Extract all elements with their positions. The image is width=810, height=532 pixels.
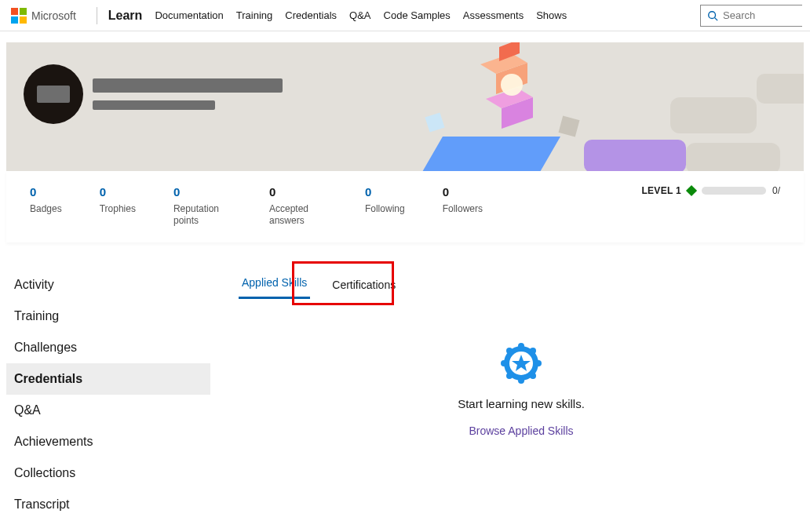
profile-name-redacted — [93, 78, 283, 110]
stat-value: 0 — [100, 185, 136, 199]
svg-rect-4 — [757, 74, 804, 104]
empty-state: Start learning new skills. Browse Applie… — [239, 343, 804, 437]
nav-link-code-samples[interactable]: Code Samples — [384, 9, 451, 21]
nav-link-shows[interactable]: Shows — [536, 9, 567, 21]
stat-value: 0 — [443, 185, 483, 199]
svg-rect-3 — [686, 143, 780, 171]
stat-reputation[interactable]: 0 Reputation points — [173, 185, 232, 227]
divider — [97, 7, 97, 24]
stat-label: Accepted answers — [269, 203, 327, 227]
svg-point-22 — [501, 360, 507, 366]
svg-rect-5 — [584, 140, 686, 171]
svg-point-23 — [506, 348, 513, 354]
stat-label: Badges — [30, 203, 62, 215]
sidebar: Activity Training Challenges Credentials… — [6, 269, 210, 520]
level-progress-bar — [702, 187, 766, 195]
product-label[interactable]: Learn — [108, 9, 143, 23]
svg-rect-2 — [670, 97, 757, 133]
svg-point-19 — [530, 373, 536, 379]
svg-rect-6 — [423, 137, 560, 171]
sidebar-item-training[interactable]: Training — [6, 301, 210, 332]
level-block: LEVEL 1 0/ — [641, 185, 780, 196]
stat-label: Reputation points — [173, 203, 232, 227]
sidebar-item-activity[interactable]: Activity — [6, 269, 210, 301]
banner-art-icon — [396, 42, 804, 171]
level-diamond-icon — [686, 185, 697, 196]
svg-rect-8 — [425, 112, 444, 132]
nav-link-documentation[interactable]: Documentation — [155, 9, 223, 21]
microsoft-logo-icon — [11, 8, 27, 24]
tabs-row: Applied Skills Certifications — [239, 269, 804, 299]
primary-nav: Documentation Training Credentials Q&A C… — [155, 9, 567, 21]
sidebar-item-challenges[interactable]: Challenges — [6, 332, 210, 363]
svg-point-16 — [518, 343, 524, 349]
svg-point-17 — [530, 348, 536, 354]
stat-label: Following — [365, 203, 405, 215]
svg-point-0 — [709, 11, 716, 18]
svg-point-14 — [501, 74, 523, 96]
main-area: Activity Training Challenges Credentials… — [0, 242, 810, 532]
profile-banner — [6, 42, 804, 171]
stat-value: 0 — [269, 185, 327, 199]
stat-badges[interactable]: 0 Badges — [30, 185, 62, 215]
content-area: Applied Skills Certifications — [210, 269, 804, 520]
stat-value: 0 — [365, 185, 405, 199]
stat-value: 0 — [173, 185, 232, 199]
svg-point-20 — [518, 377, 524, 384]
stat-label: Trophies — [100, 203, 136, 215]
nav-link-assessments[interactable]: Assessments — [463, 9, 524, 21]
level-fraction: 0/ — [772, 185, 780, 196]
stat-label: Followers — [443, 203, 483, 215]
stats-bar: 0 Badges 0 Trophies 0 Reputation points … — [6, 171, 804, 242]
search-box[interactable] — [700, 5, 802, 27]
top-nav: Microsoft Learn Documentation Training C… — [0, 0, 810, 31]
svg-rect-7 — [559, 116, 580, 137]
svg-point-21 — [506, 373, 513, 379]
level-label: LEVEL 1 — [641, 185, 681, 196]
avatar-placeholder-icon — [37, 86, 70, 103]
stat-following[interactable]: 0 Following — [365, 185, 405, 215]
svg-point-18 — [535, 360, 542, 366]
star-badge-icon — [501, 343, 542, 386]
nav-link-qa[interactable]: Q&A — [349, 9, 370, 21]
brand-label[interactable]: Microsoft — [31, 9, 76, 22]
stat-value: 0 — [30, 185, 62, 199]
search-input[interactable] — [723, 9, 794, 21]
avatar — [24, 64, 83, 124]
tab-certifications[interactable]: Certifications — [329, 272, 399, 299]
search-icon — [707, 10, 718, 21]
nav-link-training[interactable]: Training — [236, 9, 272, 21]
browse-applied-skills-link[interactable]: Browse Applied Skills — [469, 425, 573, 437]
nav-link-credentials[interactable]: Credentials — [285, 9, 337, 21]
empty-state-text: Start learning new skills. — [239, 397, 804, 410]
sidebar-item-qa[interactable]: Q&A — [6, 395, 210, 426]
sidebar-item-collections[interactable]: Collections — [6, 457, 210, 489]
stat-trophies[interactable]: 0 Trophies — [100, 185, 136, 215]
stat-followers[interactable]: 0 Followers — [443, 185, 483, 215]
tab-applied-skills[interactable]: Applied Skills — [239, 270, 310, 299]
sidebar-item-achievements[interactable]: Achievements — [6, 426, 210, 457]
svg-line-1 — [715, 17, 718, 20]
sidebar-item-transcript[interactable]: Transcript — [6, 489, 210, 520]
avatar-block — [24, 64, 283, 124]
sidebar-item-credentials[interactable]: Credentials — [6, 363, 210, 395]
stat-accepted-answers[interactable]: 0 Accepted answers — [269, 185, 327, 227]
